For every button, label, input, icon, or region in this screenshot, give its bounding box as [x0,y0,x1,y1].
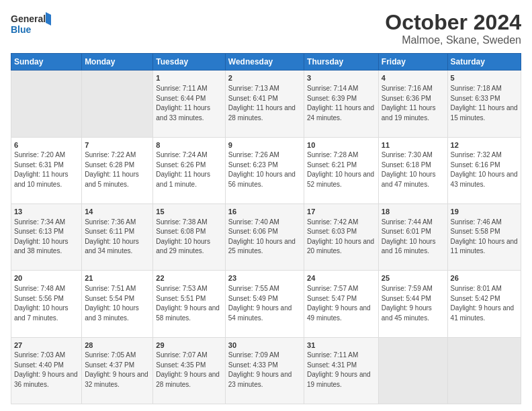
col-header-saturday: Saturday [447,54,521,71]
sunset-info: Sunset: 5:58 PM [451,228,500,235]
sunset-info: Sunset: 6:03 PM [307,228,357,235]
calendar-cell: 30Sunrise: 7:09 AMSunset: 4:33 PMDayligh… [225,337,304,404]
sunrise-info: Sunrise: 7:46 AM [451,218,502,226]
sunrise-info: Sunrise: 7:53 AM [156,285,207,292]
daylight-info: Daylight: 10 hours and 38 minutes. [14,238,69,255]
daylight-info: Daylight: 10 hours and 47 minutes. [382,171,436,188]
daylight-info: Daylight: 10 hours and 52 minutes. [307,171,374,188]
calendar-cell [11,71,82,137]
calendar-cell: 1Sunrise: 7:11 AMSunset: 6:44 PMDaylight… [153,71,225,137]
calendar-cell: 15Sunrise: 7:38 AMSunset: 6:08 PMDayligh… [153,203,225,270]
logo-svg: General Blue [11,11,51,38]
daylight-info: Daylight: 10 hours and 7 minutes. [14,304,69,322]
sunrise-info: Sunrise: 7:24 AM [156,151,207,158]
calendar-cell: 28Sunrise: 7:05 AMSunset: 4:37 PMDayligh… [82,337,153,404]
calendar-row: 13Sunrise: 7:34 AMSunset: 6:13 PMDayligh… [11,203,521,270]
sunset-info: Sunset: 6:36 PM [382,95,431,102]
calendar-cell [378,337,447,404]
day-number: 28 [85,341,93,349]
col-header-friday: Friday [378,54,447,71]
day-number: 15 [156,208,164,216]
day-number: 23 [228,274,236,282]
sunset-info: Sunset: 5:49 PM [228,295,278,302]
svg-text:Blue: Blue [11,24,32,35]
sunrise-info: Sunrise: 7:14 AM [307,85,358,92]
page-header: General Blue October 2024 Malmoe, Skane,… [11,11,521,46]
sunset-info: Sunset: 5:56 PM [14,295,64,302]
sunset-info: Sunset: 5:47 PM [307,295,357,302]
sunset-info: Sunset: 6:23 PM [228,161,278,169]
sunrise-info: Sunrise: 7:11 AM [307,351,358,359]
sunset-info: Sunset: 6:01 PM [382,228,431,235]
calendar-cell: 8Sunrise: 7:24 AMSunset: 6:26 PMDaylight… [153,137,225,203]
title-block: October 2024 Malmoe, Skane, Sweden [385,11,521,46]
sunset-info: Sunset: 6:28 PM [85,161,134,169]
logo: General Blue [11,11,51,38]
page-title: October 2024 [385,11,521,34]
daylight-info: Daylight: 9 hours and 19 minutes. [307,371,371,388]
sunset-info: Sunset: 4:35 PM [156,361,206,369]
sunset-info: Sunset: 6:33 PM [451,95,500,102]
col-header-monday: Monday [82,54,153,71]
sunset-info: Sunset: 6:06 PM [228,228,278,235]
day-number: 13 [14,208,22,216]
daylight-info: Daylight: 10 hours and 20 minutes. [307,238,374,255]
calendar-cell: 3Sunrise: 7:14 AMSunset: 6:39 PMDaylight… [304,71,379,137]
daylight-info: Daylight: 10 hours and 3 minutes. [85,304,139,322]
sunrise-info: Sunrise: 7:48 AM [14,285,65,292]
calendar-cell: 25Sunrise: 7:59 AMSunset: 5:44 PMDayligh… [378,271,447,337]
sunset-info: Sunset: 6:39 PM [307,95,357,102]
svg-text:General: General [11,13,46,24]
daylight-info: Daylight: 11 hours and 10 minutes. [14,171,69,188]
daylight-info: Daylight: 11 hours and 1 minute. [156,171,210,188]
daylight-info: Daylight: 10 hours and 25 minutes. [228,238,296,255]
calendar-cell: 6Sunrise: 7:20 AMSunset: 6:31 PMDaylight… [11,137,82,203]
calendar-cell: 19Sunrise: 7:46 AMSunset: 5:58 PMDayligh… [447,203,521,270]
daylight-info: Daylight: 9 hours and 58 minutes. [156,304,220,322]
daylight-info: Daylight: 10 hours and 56 minutes. [228,171,296,188]
sunrise-info: Sunrise: 7:26 AM [228,151,279,158]
sunrise-info: Sunrise: 7:34 AM [14,218,65,226]
day-number: 14 [85,208,93,216]
calendar-table: SundayMondayTuesdayWednesdayThursdayFrid… [11,53,521,404]
daylight-info: Daylight: 9 hours and 49 minutes. [307,304,371,322]
sunset-info: Sunset: 6:18 PM [382,161,431,169]
svg-marker-2 [46,12,51,26]
sunrise-info: Sunrise: 7:07 AM [156,351,207,359]
day-number: 20 [14,274,22,282]
sunrise-info: Sunrise: 7:59 AM [382,285,433,292]
calendar-cell: 23Sunrise: 7:55 AMSunset: 5:49 PMDayligh… [225,271,304,337]
day-number: 26 [451,274,459,282]
daylight-info: Daylight: 11 hours and 19 minutes. [382,104,436,122]
sunrise-info: Sunrise: 7:40 AM [228,218,279,226]
day-number: 4 [382,74,386,82]
calendar-cell: 7Sunrise: 7:22 AMSunset: 6:28 PMDaylight… [82,137,153,203]
sunset-info: Sunset: 4:31 PM [307,361,357,369]
calendar-row: 20Sunrise: 7:48 AMSunset: 5:56 PMDayligh… [11,271,521,337]
sunrise-info: Sunrise: 7:11 AM [156,85,207,92]
daylight-info: Daylight: 9 hours and 41 minutes. [451,304,515,322]
day-number: 18 [382,208,390,216]
day-number: 24 [307,274,315,282]
sunset-info: Sunset: 5:51 PM [156,295,206,302]
day-number: 7 [85,141,89,149]
daylight-info: Daylight: 10 hours and 29 minutes. [156,238,210,255]
sunset-info: Sunset: 6:13 PM [14,228,64,235]
day-number: 1 [156,74,160,82]
calendar-cell: 11Sunrise: 7:30 AMSunset: 6:18 PMDayligh… [378,137,447,203]
day-number: 30 [228,341,236,349]
sunrise-info: Sunrise: 7:16 AM [382,85,433,92]
daylight-info: Daylight: 9 hours and 28 minutes. [156,371,220,388]
sunrise-info: Sunrise: 7:55 AM [228,285,279,292]
daylight-info: Daylight: 10 hours and 43 minutes. [451,171,518,188]
sunset-info: Sunset: 6:41 PM [228,95,278,102]
day-number: 10 [307,141,315,149]
daylight-info: Daylight: 11 hours and 28 minutes. [228,104,296,122]
sunrise-info: Sunrise: 7:05 AM [85,351,136,359]
daylight-info: Daylight: 9 hours and 36 minutes. [14,371,78,388]
day-number: 25 [382,274,390,282]
sunset-info: Sunset: 4:33 PM [228,361,278,369]
sunset-info: Sunset: 5:42 PM [451,295,500,302]
calendar-cell: 14Sunrise: 7:36 AMSunset: 6:11 PMDayligh… [82,203,153,270]
sunset-info: Sunset: 6:44 PM [156,95,206,102]
